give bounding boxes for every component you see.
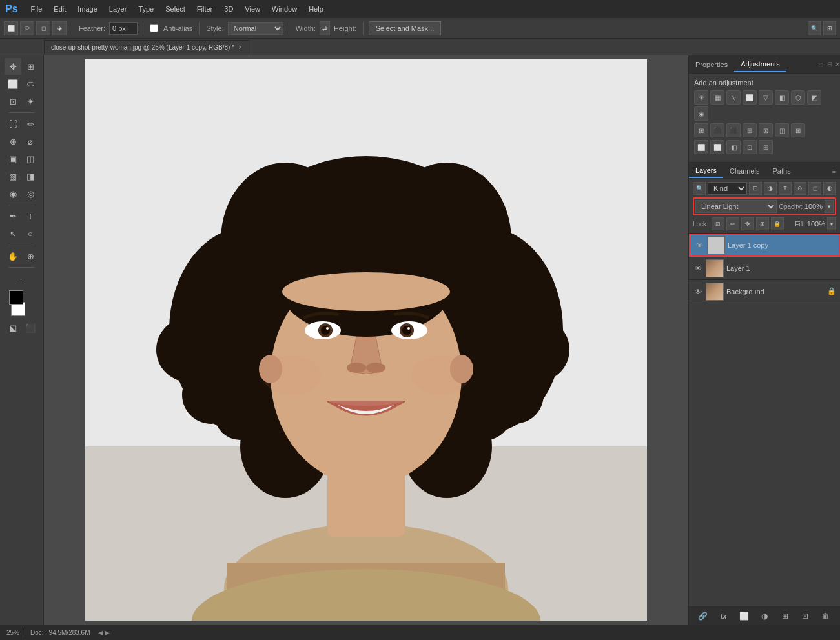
layer-eye-1[interactable]: 👁 [693, 263, 703, 274]
path-select-tool[interactable]: ↖ [5, 225, 21, 242]
history-tool[interactable]: ◫ [22, 150, 39, 167]
new-group-btn[interactable]: ⊞ [779, 610, 792, 623]
ellipse-select-btn[interactable]: ⬭ [20, 21, 34, 35]
menu-window[interactable]: Window [267, 3, 302, 15]
move-tool[interactable]: ✥ [5, 58, 21, 75]
lock-artboard-btn[interactable]: ⊞ [756, 217, 769, 230]
menu-view[interactable]: View [240, 3, 265, 15]
adj-channelmixer-icon[interactable]: ⊞ [694, 123, 708, 137]
layer-eye-copy[interactable]: 👁 [694, 240, 704, 250]
healing-tool[interactable]: ⊕ [5, 133, 21, 150]
brush-tool[interactable]: ⌀ [22, 133, 39, 150]
screen-mode-btn[interactable]: ⬛ [22, 319, 39, 336]
status-next-btn[interactable]: ▶ [105, 629, 110, 636]
layers-tab[interactable]: Layers [689, 164, 723, 178]
extra-tool[interactable]: ··· [14, 270, 30, 287]
kind-select[interactable]: Kind [708, 182, 747, 195]
link-layers-btn[interactable]: 🔗 [697, 610, 710, 623]
gradient-tool[interactable]: ◨ [22, 168, 39, 185]
marquee-tool[interactable]: ⬜ [5, 75, 21, 92]
shape-tool[interactable]: ○ [22, 225, 39, 242]
adj-extra2-icon[interactable]: ⬜ [710, 140, 724, 154]
menu-help[interactable]: Help [303, 3, 329, 15]
add-mask-btn[interactable]: ⬜ [737, 610, 750, 623]
smart-filter-btn[interactable]: ◻ [808, 182, 821, 195]
eyedropper-tool[interactable]: ✏ [22, 115, 39, 132]
swap-dimensions-btn[interactable]: ⇄ [320, 21, 330, 35]
blur-tool[interactable]: ◉ [5, 185, 21, 202]
adj-colorbalance-icon[interactable]: ⬡ [791, 90, 805, 105]
quick-mask-btn[interactable]: ⬕ [5, 319, 21, 336]
menu-3d[interactable]: 3D [219, 3, 238, 15]
adj-selective-icon[interactable]: ⊞ [791, 123, 805, 137]
crop-tool[interactable]: ⛶ [5, 115, 21, 132]
object-select-tool[interactable]: ⊡ [5, 93, 21, 110]
lock-pixel-btn[interactable]: ⊡ [712, 217, 724, 230]
menu-select[interactable]: Select [160, 3, 190, 15]
filter-on-btn[interactable]: ◐ [823, 182, 836, 195]
magic-tool[interactable]: ✴ [22, 93, 39, 110]
select-mask-btn[interactable]: Select and Mask... [369, 21, 442, 35]
layer-eye-bg[interactable]: 👁 [693, 286, 703, 297]
hand-tool[interactable]: ✋ [5, 248, 21, 265]
new-layer-btn[interactable]: ⊡ [799, 610, 812, 623]
layer-item-copy[interactable]: 👁 Layer 1 copy [689, 234, 840, 257]
fg-color-swatch[interactable] [9, 290, 23, 305]
adj-exposure-icon[interactable]: ⬜ [743, 90, 757, 105]
adj-hsl-icon[interactable]: ◧ [775, 90, 789, 105]
panels-btn[interactable]: ⊞ [823, 21, 836, 35]
lasso-btn[interactable]: ◻ [36, 21, 50, 35]
new-fill-adj-btn[interactable]: ◑ [758, 610, 771, 623]
pixel-filter-btn[interactable]: ⊡ [749, 182, 762, 195]
paths-tab[interactable]: Paths [766, 165, 797, 177]
delete-layer-btn[interactable]: 🗑 [819, 610, 832, 623]
fx-btn[interactable]: fx [717, 610, 730, 623]
magic-wand-btn[interactable]: ◈ [52, 21, 67, 35]
lock-all-btn[interactable]: 🔒 [771, 217, 784, 230]
channels-tab[interactable]: Channels [723, 165, 766, 177]
pen-tool[interactable]: ✒ [5, 208, 21, 225]
tab-close-btn[interactable]: × [238, 44, 242, 51]
adj-photofilter-icon[interactable]: ◉ [694, 106, 708, 121]
antialias-checkbox[interactable] [150, 24, 158, 32]
search-btn[interactable]: 🔍 [808, 21, 821, 35]
lasso-tool[interactable]: ⬭ [22, 75, 39, 92]
layers-tab-menu[interactable]: ≡ [832, 167, 836, 175]
adj-threshold-icon[interactable]: ⊠ [759, 123, 773, 137]
adj-extra1-icon[interactable]: ⬜ [694, 140, 708, 154]
style-select[interactable]: Normal Fixed Ratio Fixed Size [228, 22, 283, 35]
dodge-tool[interactable]: ◎ [22, 185, 39, 202]
feather-input[interactable] [109, 22, 138, 35]
lock-position-btn[interactable]: ✥ [741, 217, 754, 230]
panel-close-btn[interactable]: ✕ [835, 61, 840, 68]
layer-item-1[interactable]: 👁 Layer 1 [689, 257, 840, 280]
adj-colorlookup-icon[interactable]: ⬛ [710, 123, 724, 137]
adjustments-tab[interactable]: Adjustments [734, 57, 786, 72]
text-tool[interactable]: T [22, 208, 39, 225]
adj-bw-icon[interactable]: ◩ [807, 90, 821, 105]
adj-extra5-icon[interactable]: ⊞ [759, 140, 773, 154]
zoom-tool[interactable]: ⊕ [22, 248, 39, 265]
adj-levels-icon[interactable]: ▦ [710, 90, 724, 105]
menu-layer[interactable]: Layer [104, 3, 132, 15]
rect-select-btn[interactable]: ⬜ [4, 21, 18, 35]
panel-collapse-btn[interactable]: ⊟ [827, 61, 832, 68]
search-kind-icon[interactable]: 🔍 [693, 182, 706, 195]
adj-posterize-icon[interactable]: ⊟ [743, 123, 757, 137]
layer-item-background[interactable]: 👁 Background 🔒 [689, 280, 840, 303]
adj-vibrance-icon[interactable]: ▽ [759, 90, 773, 105]
menu-type[interactable]: Type [133, 3, 159, 15]
panel-menu-icon[interactable]: ≡ [818, 59, 823, 70]
shape-filter-btn[interactable]: ⊙ [794, 182, 806, 195]
adj-gradientmap-icon[interactable]: ◫ [775, 123, 789, 137]
menu-filter[interactable]: Filter [192, 3, 218, 15]
adj-extra4-icon[interactable]: ⊡ [743, 140, 757, 154]
document-tab[interactable]: close-up-shot-pretty-woman.jpg @ 25% (La… [44, 40, 249, 55]
menu-file[interactable]: File [26, 3, 48, 15]
opacity-chevron[interactable]: ▼ [825, 200, 834, 213]
adj-invert-icon[interactable]: ⬛ [726, 123, 741, 137]
status-prev-btn[interactable]: ◀ [98, 629, 103, 636]
lock-paint-btn[interactable]: ✏ [726, 217, 739, 230]
adj-filter-btn[interactable]: ◑ [764, 182, 777, 195]
adj-brightness-icon[interactable]: ☀ [694, 90, 708, 105]
